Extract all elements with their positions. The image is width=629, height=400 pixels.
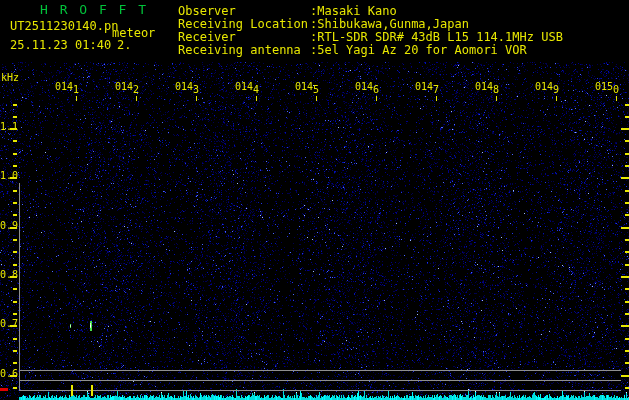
y-tick-label: 0.6 [0, 369, 18, 379]
hrofft-window: H R O F F T UT2511230140.pn meteor 25.11… [0, 0, 629, 400]
y-tick-label: 0.7 [0, 319, 18, 329]
y-minor-tick-right [625, 338, 629, 340]
strip-line-mid [19, 380, 621, 381]
y-minor-tick-right [625, 362, 629, 364]
app-title: H R O F F T [40, 3, 148, 16]
x-minute-tick [196, 96, 197, 101]
y-minor-tick-left [13, 264, 17, 266]
strip-line-top [19, 370, 621, 371]
x-minute-tick [136, 96, 137, 101]
y-minor-tick-right [625, 190, 629, 192]
y-minor-tick-left [13, 140, 17, 142]
x-tick-label: 0148 [475, 82, 499, 92]
x-minute-tick [436, 96, 437, 101]
y-major-tick-right [621, 177, 629, 179]
y-minor-tick-right [625, 214, 629, 216]
y-minor-tick-left [13, 338, 17, 340]
x-tick-label: 0150 [595, 82, 619, 92]
x-tick-label: 0145 [295, 82, 319, 92]
y-minor-tick-right [625, 116, 629, 118]
y-tick-label: 0.9 [0, 221, 18, 231]
info-label: Receiving Location [178, 18, 308, 30]
y-tick-label: 1.0 [0, 171, 18, 181]
info-label: Receiving antenna [178, 44, 301, 56]
y-major-tick-right [621, 276, 629, 278]
spectrogram-canvas [0, 0, 629, 400]
y-minor-tick-right [625, 153, 629, 155]
info-label: Observer [178, 5, 236, 17]
datetime-label: 25.11.23 01:40 [10, 39, 111, 51]
y-minor-tick-left [13, 239, 17, 241]
info-value: :Shibukawa,Gunma,Japan [310, 18, 469, 30]
y-minor-tick-right [625, 301, 629, 303]
y-minor-tick-right [625, 350, 629, 352]
y-minor-tick-left [13, 165, 17, 167]
y-minor-tick-right [625, 387, 629, 389]
y-axis-unit-label: kHz [1, 73, 19, 83]
x-tick-label: 0142 [115, 82, 139, 92]
y-tick-label: 1.1 [0, 122, 18, 132]
x-minute-tick [496, 96, 497, 101]
y-minor-tick-left [13, 104, 17, 106]
level-reference-bar [0, 388, 8, 391]
y-minor-tick-left [13, 251, 17, 253]
y-tick-label: 0.8 [0, 270, 18, 280]
info-value: :5el Yagi Az 20 for Aomori VOR [310, 44, 527, 56]
meteor-event-marker [91, 385, 93, 396]
y-minor-tick-left [13, 153, 17, 155]
y-major-tick-right [621, 227, 629, 229]
y-minor-tick-right [625, 239, 629, 241]
y-minor-tick-right [625, 140, 629, 142]
x-minute-tick [556, 96, 557, 101]
x-tick-label: 0143 [175, 82, 199, 92]
x-minute-tick [316, 96, 317, 101]
y-minor-tick-left [13, 362, 17, 364]
y-major-tick-right [621, 325, 629, 327]
file-label: UT2511230140.pn [10, 20, 118, 32]
info-label: Receiver [178, 31, 236, 43]
x-tick-label: 0144 [235, 82, 259, 92]
y-minor-tick-right [625, 104, 629, 106]
meteor-event-marker [71, 385, 73, 396]
y-minor-tick-right [625, 251, 629, 253]
y-minor-tick-left [13, 313, 17, 315]
y-minor-tick-right [625, 165, 629, 167]
y-minor-tick-right [625, 202, 629, 204]
y-axis-line [19, 183, 20, 390]
x-minute-tick [616, 96, 617, 101]
info-value: :Masaki Kano [310, 5, 397, 17]
strip-line-bottom [19, 390, 621, 391]
y-minor-tick-right [625, 264, 629, 266]
x-tick-label: 0147 [415, 82, 439, 92]
y-minor-tick-left [13, 190, 17, 192]
y-minor-tick-right [625, 313, 629, 315]
y-major-tick-right [621, 375, 629, 377]
x-minute-tick [76, 96, 77, 101]
y-minor-tick-left [13, 350, 17, 352]
x-minute-tick [256, 96, 257, 101]
y-minor-tick-left [13, 288, 17, 290]
x-minute-tick [376, 96, 377, 101]
y-major-tick-right [621, 128, 629, 130]
y-minor-tick-left [13, 202, 17, 204]
echo-counter: 2. [117, 39, 131, 51]
x-tick-label: 0141 [55, 82, 79, 92]
y-minor-tick-right [625, 288, 629, 290]
info-value: :RTL-SDR SDR# 43dB L15 114.1MHz USB [310, 31, 563, 43]
y-minor-tick-left [13, 387, 17, 389]
y-minor-tick-left [13, 116, 17, 118]
x-tick-label: 0146 [355, 82, 379, 92]
y-minor-tick-left [13, 301, 17, 303]
y-minor-tick-left [13, 214, 17, 216]
x-tick-label: 0149 [535, 82, 559, 92]
